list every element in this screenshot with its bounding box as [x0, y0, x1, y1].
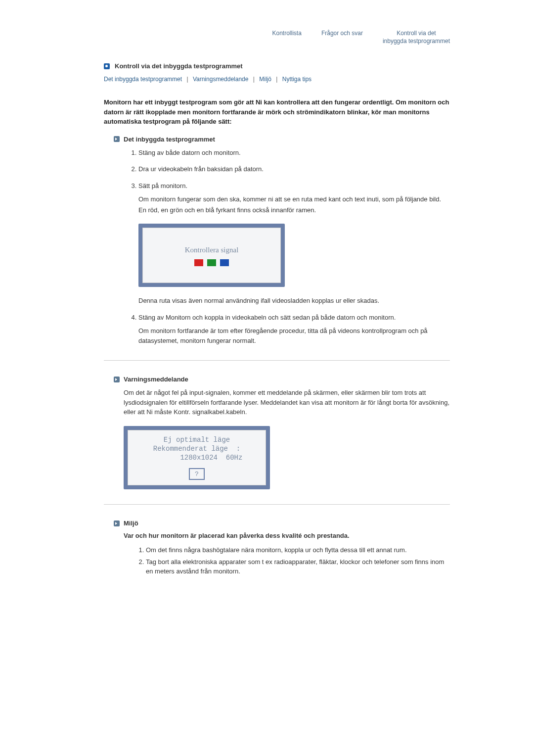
- step-4-para1: Om monitorn fortfarande är tom efter för…: [138, 326, 450, 345]
- miljo-item-1: Om det finns några bashögtalare nära mon…: [146, 545, 450, 555]
- miljo-bold-line: Var och hur monitorn är placerad kan påv…: [124, 532, 450, 539]
- intro-paragraph: Monitorn har ett inbyggt testprogram som…: [104, 97, 450, 127]
- nav-item-line2: inbyggda testprogrammet: [383, 38, 450, 46]
- step-4-text: Stäng av Monitorn och koppla in videokab…: [138, 314, 396, 321]
- varning-paragraph: Om det är något fel på input-signalen, k…: [124, 388, 450, 417]
- miljo-item-1-text: Om det finns några bashögtalare nära mon…: [146, 546, 407, 554]
- step-3-para1: Om monitorn fungerar som den ska, kommer…: [138, 194, 450, 204]
- link-miljo[interactable]: Miljö: [259, 76, 271, 83]
- jump-link-row: Det inbyggda testprogrammet | Varningsme…: [104, 76, 450, 83]
- step-3-para2: En röd, en grön och en blå fyrkant finns…: [138, 205, 450, 215]
- link-testprogrammet[interactable]: Det inbyggda testprogrammet: [104, 76, 182, 83]
- rgb-squares: [194, 259, 229, 266]
- step-4: Stäng av Monitorn och koppla in videokab…: [138, 313, 450, 346]
- step-3-para3: Denna ruta visas även normal användning …: [138, 296, 450, 306]
- section-bullet-icon: [114, 136, 120, 142]
- nav-item-fragor[interactable]: Frågor och svar: [321, 30, 363, 45]
- monitor-illustration-signal: Kontrollera signal: [138, 224, 285, 287]
- monitor-msg-signal: Kontrollera signal: [185, 244, 239, 256]
- page-title: Kontroll via det inbyggda testprogrammet: [115, 62, 243, 70]
- section-bullet-icon: [114, 520, 120, 526]
- separator: |: [253, 76, 255, 83]
- monitor-illustration-resolution: Ej optimalt läge Rekommenderat läge : 12…: [124, 426, 270, 490]
- separator: |: [276, 76, 277, 83]
- nav-item-line1: Kontroll via det: [383, 30, 450, 38]
- square-green: [207, 259, 216, 266]
- page-title-icon: [104, 63, 110, 69]
- section-heading-testprogrammet: Det inbyggda testprogrammet: [124, 136, 215, 143]
- nav-item-kontrollista[interactable]: Kontrollista: [272, 30, 302, 45]
- step-3: Sätt på monitorn. Om monitorn fungerar s…: [138, 181, 450, 306]
- nav-item-kontroll-via[interactable]: Kontroll via det inbyggda testprogrammet: [383, 30, 450, 45]
- step-1: Stäng av både datorn och monitorn.: [138, 148, 450, 158]
- question-mark-box: ?: [189, 468, 205, 480]
- step-3-text: Sätt på monitorn.: [138, 182, 187, 189]
- miljo-item-2: Tag bort alla elektroniska apparater som…: [146, 557, 450, 576]
- step-1-text: Stäng av både datorn och monitorn.: [138, 149, 241, 156]
- miljo-item-2-text: Tag bort alla elektroniska apparater som…: [146, 558, 444, 575]
- section-heading-miljo: Miljö: [124, 520, 138, 527]
- steps-list: Stäng av både datorn och monitorn. Dra u…: [126, 148, 450, 346]
- monitor-msg-resolution: Ej optimalt läge Rekommenderat läge : 12…: [151, 435, 243, 463]
- section-heading-varning: Varningsmeddelande: [124, 376, 188, 383]
- step-2: Dra ur videokabeln från baksidan på dato…: [138, 164, 450, 174]
- top-nav-bar: Kontrollista Frågor och svar Kontroll vi…: [104, 30, 450, 50]
- section-bullet-icon: [114, 377, 120, 382]
- divider: [104, 360, 450, 361]
- miljo-list: Om det finns några bashögtalare nära mon…: [134, 545, 450, 576]
- divider: [104, 504, 450, 505]
- link-varningsmeddelande[interactable]: Varningsmeddelande: [193, 76, 249, 83]
- link-nyttiga-tips[interactable]: Nyttiga tips: [282, 76, 312, 83]
- square-red: [194, 259, 203, 266]
- separator: |: [186, 76, 188, 83]
- step-2-text: Dra ur videokabeln från baksidan på dato…: [138, 165, 264, 173]
- square-blue: [220, 259, 229, 266]
